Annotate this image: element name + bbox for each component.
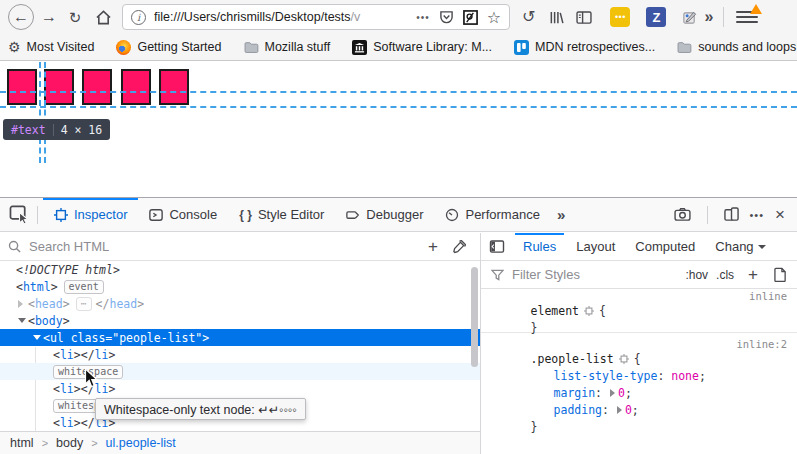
collapse-arrow-icon[interactable] xyxy=(33,335,41,340)
toolbar-separator xyxy=(37,206,38,224)
menu-line xyxy=(736,16,758,18)
tag-name: li xyxy=(95,348,109,362)
panel-splitter[interactable] xyxy=(480,233,481,454)
forward-button[interactable]: → xyxy=(40,9,58,25)
close-devtools-button[interactable]: × xyxy=(775,206,785,223)
toolbar-separator xyxy=(723,7,724,27)
collapse-arrow-icon[interactable] xyxy=(18,318,26,323)
element-picker-button[interactable] xyxy=(6,202,32,228)
sidebar-tab-layout[interactable]: Layout xyxy=(566,233,625,261)
markup-scrollbar-thumb[interactable] xyxy=(471,267,478,367)
library-button[interactable] xyxy=(549,10,564,25)
bookmark-folder-sounds-loops[interactable]: sounds and loops xyxy=(677,40,796,54)
markup-row-whitespace[interactable]: whitespace xyxy=(0,363,480,380)
sidebar-tab-computed[interactable]: Computed xyxy=(625,233,705,261)
print-styles-icon[interactable] xyxy=(774,267,787,282)
bracket: > xyxy=(108,382,115,396)
event-badge[interactable]: event xyxy=(64,280,104,294)
screenshot-button[interactable] xyxy=(674,208,691,221)
search-html-input[interactable] xyxy=(29,239,424,254)
tag-name: li xyxy=(60,416,74,430)
rule-element-open[interactable]: element{ inline xyxy=(481,290,797,307)
bookmark-label: Getting Started xyxy=(137,40,221,54)
pocket-icon[interactable] xyxy=(439,10,454,24)
extension-yellow-button[interactable]: ••• xyxy=(610,7,630,27)
zotero-icon: Z xyxy=(652,10,660,25)
tab-console[interactable]: Console xyxy=(138,198,228,232)
rule-source-link[interactable]: inline:2 xyxy=(736,338,787,350)
bookmark-star-icon[interactable]: ☆ xyxy=(487,8,501,27)
url-text: file:///Users/chrismills/Desktop/tests xyxy=(154,10,351,24)
bookmark-most-visited[interactable]: ⚙ Most Visited xyxy=(8,39,94,55)
site-info-icon[interactable]: i xyxy=(131,10,146,25)
markup-row-li[interactable]: <li></li> xyxy=(0,346,480,363)
sidebar-tab-changes[interactable]: Chang xyxy=(705,233,775,261)
tab-performance[interactable]: Performance xyxy=(434,198,550,232)
sidebar-tab-rules[interactable]: Rules xyxy=(513,233,566,261)
extension-annotate-icon[interactable] xyxy=(463,10,478,25)
infobar-dimensions: 4 × 16 xyxy=(61,123,103,137)
tag-name: head xyxy=(35,297,63,311)
menu-button[interactable] xyxy=(736,7,758,27)
chevron-down-icon xyxy=(758,245,766,249)
markup-row-body[interactable]: <body> xyxy=(0,312,480,329)
list-item-box xyxy=(7,69,37,105)
firefox-icon xyxy=(116,40,131,55)
bracket: > xyxy=(63,297,70,311)
zotero-extension-button[interactable]: Z xyxy=(646,7,666,27)
tab-label: Rules xyxy=(523,239,556,254)
navigation-toolbar: ← → ↻ i file:///Users/chrismills/Desktop… xyxy=(0,0,797,34)
forward-icon: → xyxy=(41,9,57,25)
css-property-margin[interactable]: margin: 0; xyxy=(481,372,797,389)
breadcrumb-item-ul[interactable]: ul.people-list xyxy=(106,436,176,450)
collapse-sidebar-icon[interactable] xyxy=(489,240,505,253)
add-node-button[interactable]: + xyxy=(428,237,438,257)
home-button[interactable] xyxy=(94,10,112,25)
infobar-separator xyxy=(53,124,54,136)
toolbar-overflow-button[interactable]: » xyxy=(704,8,713,26)
eyedropper-icon[interactable] xyxy=(452,240,466,254)
tag-name: head xyxy=(109,297,137,311)
back-button[interactable]: ← xyxy=(8,4,34,30)
collapsed-content-badge[interactable]: ⋯ xyxy=(76,297,92,311)
reload-button[interactable]: ↻ xyxy=(66,10,84,25)
notes-extension-button[interactable] xyxy=(682,10,697,25)
whitespace-tooltip-text: Whitespace-only text node: ↵↵◦◦◦◦ xyxy=(104,402,297,417)
pseudo-class-toggle[interactable]: :hov xyxy=(685,268,708,282)
markup-row-li[interactable]: <li></li> xyxy=(0,380,480,397)
gear-icon: ⚙ xyxy=(8,39,21,55)
url-bar[interactable]: i file:///Users/chrismills/Desktop/tests… xyxy=(122,4,510,30)
class-toggle[interactable]: .cls xyxy=(716,268,734,282)
sidebar-toggle-button[interactable] xyxy=(576,11,592,24)
bookmark-getting-started[interactable]: Getting Started xyxy=(116,40,221,55)
bookmark-folder-mozilla-stuff[interactable]: Mozilla stuff xyxy=(244,40,331,54)
list-item-box xyxy=(44,69,74,105)
css-property-list-style-type[interactable]: list-style-type: none; xyxy=(481,355,797,372)
css-property-padding[interactable]: padding: 0; xyxy=(481,389,797,406)
page-actions-icon[interactable]: ••• xyxy=(416,12,430,23)
tab-style-editor[interactable]: { } Style Editor xyxy=(228,198,335,232)
add-rule-button[interactable]: + xyxy=(748,265,758,285)
breadcrumb-item-body[interactable]: body xyxy=(56,436,83,450)
markup-row-html[interactable]: <html> event xyxy=(0,278,480,295)
tab-inspector[interactable]: Inspector xyxy=(43,198,138,232)
rule-people-list-open[interactable]: .people-list{ inline:2 xyxy=(481,338,797,355)
bookmark-mdn-retrospectives[interactable]: MDN retrospectives... xyxy=(514,40,655,55)
expand-arrow-icon[interactable] xyxy=(18,300,23,308)
breadcrumb-item-html[interactable]: html xyxy=(10,436,34,450)
tab-debugger[interactable]: Debugger xyxy=(335,198,434,232)
rule-source-link[interactable]: inline xyxy=(749,290,787,302)
markup-row-head[interactable]: <head> ⋯ </head> xyxy=(0,295,480,312)
devtools-menu-button[interactable]: ••• xyxy=(750,209,765,221)
highlighter-infobar: #text 4 × 16 xyxy=(3,119,110,140)
history-button[interactable]: ↺ xyxy=(522,9,535,25)
responsive-mode-button[interactable] xyxy=(724,207,739,222)
breadcrumb-separator: > xyxy=(42,437,48,449)
bookmark-software-library[interactable]: Software Library: M... xyxy=(352,40,492,55)
markup-row-doctype[interactable]: <!DOCTYPE html> xyxy=(0,261,480,278)
filter-styles-input[interactable] xyxy=(512,267,685,282)
devtools-tabs-overflow-button[interactable]: » xyxy=(551,206,571,223)
bookmark-label: Mozilla stuff xyxy=(265,40,331,54)
bookmark-label: sounds and loops xyxy=(698,40,796,54)
markup-row-ul-selected[interactable]: <ul class="people-list"> xyxy=(0,329,480,346)
